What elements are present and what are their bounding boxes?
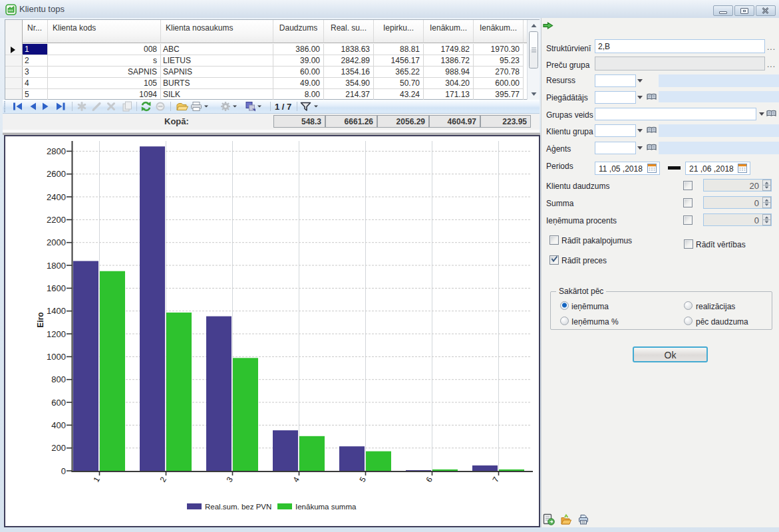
svg-text:1: 1	[91, 475, 102, 483]
svg-text:2600: 2600	[47, 169, 66, 179]
svg-text:1400: 1400	[47, 306, 66, 316]
svg-text:Real.sum. bez PVN: Real.sum. bez PVN	[205, 503, 271, 511]
svg-text:600: 600	[51, 398, 66, 408]
svg-text:800: 800	[51, 374, 66, 384]
svg-text:2: 2	[158, 475, 168, 483]
svg-text:3: 3	[224, 475, 235, 483]
svg-text:1000: 1000	[47, 352, 66, 362]
svg-text:2400: 2400	[47, 192, 66, 202]
svg-text:1800: 1800	[47, 261, 66, 271]
svg-text:200: 200	[51, 443, 66, 453]
svg-text:1200: 1200	[47, 329, 66, 339]
svg-text:2200: 2200	[47, 215, 66, 225]
svg-text:4: 4	[291, 475, 301, 483]
svg-text:7: 7	[490, 475, 501, 483]
svg-text:1 / 7: 1 / 7	[275, 102, 291, 112]
svg-text:Eiro: Eiro	[36, 312, 45, 327]
svg-text:6: 6	[424, 475, 434, 483]
svg-text:Ienākuma summa: Ienākuma summa	[295, 503, 357, 511]
svg-text:2800: 2800	[47, 146, 66, 156]
svg-text:0: 0	[61, 466, 66, 476]
svg-text:1600: 1600	[47, 283, 66, 293]
svg-text:400: 400	[51, 420, 66, 430]
svg-text:5: 5	[357, 475, 368, 483]
svg-text:2000: 2000	[47, 237, 66, 247]
